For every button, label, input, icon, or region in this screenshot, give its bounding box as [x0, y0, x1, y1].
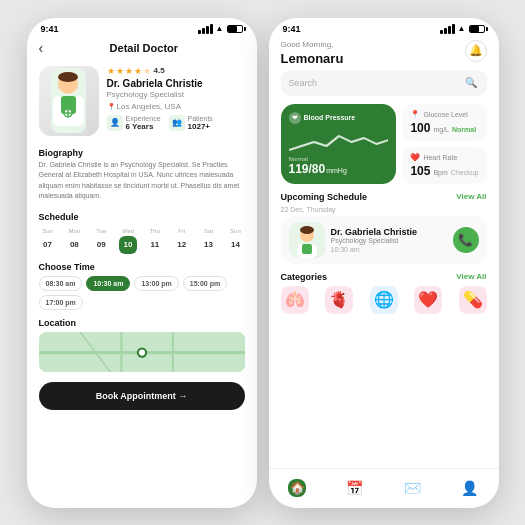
- day-wed[interactable]: Wed10: [119, 228, 137, 254]
- day-mon[interactable]: Mon08: [65, 228, 83, 254]
- location-row: 📍 Los Angeles, USA: [107, 102, 245, 111]
- svg-point-14: [138, 349, 144, 355]
- appointment-card[interactable]: Dr. Gabriela Christie Psychology Special…: [281, 216, 487, 264]
- categories-view-all[interactable]: View All: [456, 272, 486, 281]
- appointment-doctor-name: Dr. Gabriela Christie: [331, 227, 447, 237]
- calendar-icon: 📅: [346, 479, 364, 497]
- schedule-row: Sun07 Mon08 Tue09 Wed10 Thu11 Fri12 Sat1…: [27, 224, 257, 258]
- category-heart[interactable]: ❤️: [414, 286, 442, 314]
- status-bar-left: 9:41 ▲: [27, 18, 257, 36]
- battery-icon-right: [469, 25, 485, 33]
- upcoming-title: Upcoming Schedule: [281, 192, 368, 202]
- doctor-info: ★★★★★ 4.5 Dr. Gabriela Christie Psycholo…: [107, 66, 245, 131]
- status-time-left: 9:41: [41, 24, 59, 34]
- svg-point-19: [300, 226, 314, 234]
- time-slot-5[interactable]: 17:00 pm: [39, 295, 83, 310]
- doctor-name: Dr. Gabriela Christie: [107, 78, 245, 90]
- svg-point-7: [58, 72, 78, 82]
- appointment-info: Dr. Gabriela Christie Psychology Special…: [331, 227, 447, 253]
- battery-icon: [227, 25, 243, 33]
- biography-text: Dr. Gabriela Christie is an Psychology S…: [27, 160, 257, 208]
- stats-row: 👤 Experience 6 Years 👥 Patients 1027+: [107, 115, 245, 131]
- status-icons-left: ▲: [198, 24, 243, 34]
- time-slot-4[interactable]: 15:00 pm: [183, 276, 227, 291]
- appointment-date: 22 Dec, Thursday: [269, 206, 499, 216]
- right-health-cards: 📍 Glucose Level 100 mg/L Normal ❤️ Heart…: [402, 104, 486, 184]
- doctor-avatar: [39, 66, 99, 136]
- day-thu[interactable]: Thu11: [146, 228, 164, 254]
- appointment-specialty: Psychology Specialist: [331, 237, 447, 244]
- appointment-avatar: [289, 222, 325, 258]
- search-bar[interactable]: Search 🔍: [281, 70, 487, 96]
- categories-section-row: Categories View All: [269, 272, 499, 286]
- right-screen: Good Morning, Lemonaru 🔔 Search 🔍 ❤ Bloo…: [269, 36, 499, 508]
- home-icon: 🏠: [288, 479, 306, 497]
- profile-icon: 👤: [461, 479, 479, 497]
- nav-profile[interactable]: 👤: [461, 479, 479, 497]
- status-bar-right: 9:41 ▲: [269, 18, 499, 36]
- time-slot-2[interactable]: 10:30 am: [86, 276, 130, 291]
- experience-icon: 👤: [107, 115, 123, 131]
- lung-icon: 🫁: [281, 286, 309, 314]
- doctor-specialty: Psychology Specialist: [107, 90, 245, 99]
- category-kidney[interactable]: 🫀: [325, 286, 353, 314]
- glucose-icon: 📍: [410, 110, 420, 119]
- nav-calendar[interactable]: 📅: [346, 479, 364, 497]
- left-phone: 9:41 ▲ ‹ Detail Doctor: [27, 18, 257, 508]
- blood-pressure-card[interactable]: ❤ Blood Pressure Normal 119/80 mmHg: [281, 104, 397, 184]
- heart-icon: ❤️: [414, 286, 442, 314]
- heart-rate-label-row: ❤️ Heart Rate: [410, 153, 478, 162]
- location-text: Los Angeles, USA: [117, 102, 181, 111]
- kidney-icon: 🫀: [325, 286, 353, 314]
- day-fri[interactable]: Fri12: [173, 228, 191, 254]
- map-section: [27, 330, 257, 378]
- search-icon[interactable]: 🔍: [463, 75, 479, 91]
- patients-stat: 👥 Patients 1027+: [169, 115, 213, 131]
- heart-rate-icon: ❤️: [410, 153, 420, 162]
- bp-icon: ❤: [289, 112, 301, 124]
- day-tue[interactable]: Tue09: [92, 228, 110, 254]
- categories-title: Categories: [281, 272, 328, 282]
- category-brain[interactable]: 🌐: [370, 286, 398, 314]
- medicine-icon: 💊: [459, 286, 487, 314]
- bp-chart: [289, 128, 389, 156]
- greeting-text: Good Morning,: [281, 40, 344, 49]
- status-time-right: 9:41: [283, 24, 301, 34]
- bp-label-row: ❤ Blood Pressure: [289, 112, 389, 124]
- category-lung[interactable]: 🫁: [281, 286, 309, 314]
- page-title: Detail Doctor: [43, 42, 244, 54]
- call-button[interactable]: 📞: [453, 227, 479, 253]
- schedule-title: Schedule: [27, 208, 257, 224]
- nav-home[interactable]: 🏠: [288, 479, 306, 497]
- right-phone: 9:41 ▲ Good Morning, Lemonaru 🔔 Sea: [269, 18, 499, 508]
- search-placeholder: Search: [289, 78, 458, 88]
- bottom-nav: 🏠 📅 ✉️ 👤: [269, 468, 499, 508]
- user-name: Lemonaru: [281, 49, 344, 70]
- wifi-icon: ▲: [216, 24, 224, 33]
- day-sun1[interactable]: Sun07: [39, 228, 57, 254]
- categories-row: 🫁 🫀 🌐 ❤️ 💊: [269, 286, 499, 320]
- time-slot-1[interactable]: 08:30 am: [39, 276, 83, 291]
- book-appointment-button[interactable]: Book Appointment →: [39, 382, 245, 410]
- nav-messages[interactable]: ✉️: [403, 479, 421, 497]
- location-pin-icon: 📍: [107, 103, 114, 110]
- upcoming-view-all[interactable]: View All: [456, 192, 486, 201]
- glucose-card[interactable]: 📍 Glucose Level 100 mg/L Normal: [402, 104, 486, 141]
- upcoming-section-row: Upcoming Schedule View All: [269, 192, 499, 206]
- category-medicine[interactable]: 💊: [459, 286, 487, 314]
- choose-time-title: Choose Time: [27, 258, 257, 274]
- brain-icon: 🌐: [370, 286, 398, 314]
- glucose-label-row: 📍 Glucose Level: [410, 110, 478, 119]
- rating-stars: ★★★★★ 4.5: [107, 66, 245, 76]
- day-sat[interactable]: Sat13: [200, 228, 218, 254]
- patients-icon: 👥: [169, 115, 185, 131]
- svg-rect-18: [302, 244, 312, 254]
- map-placeholder: [39, 332, 245, 372]
- time-slots: 08:30 am 10:30 am 13:00 pm 15:00 pm 17:0…: [27, 274, 257, 314]
- day-sun2[interactable]: Sun14: [226, 228, 244, 254]
- left-screen: ‹ Detail Doctor: [27, 36, 257, 508]
- heart-rate-card[interactable]: ❤️ Heart Rate 105 Bpm Checkup: [402, 147, 486, 184]
- notification-bell-button[interactable]: 🔔: [465, 40, 487, 62]
- time-slot-3[interactable]: 13:00 pm: [134, 276, 178, 291]
- doctor-card: ★★★★★ 4.5 Dr. Gabriela Christie Psycholo…: [27, 62, 257, 144]
